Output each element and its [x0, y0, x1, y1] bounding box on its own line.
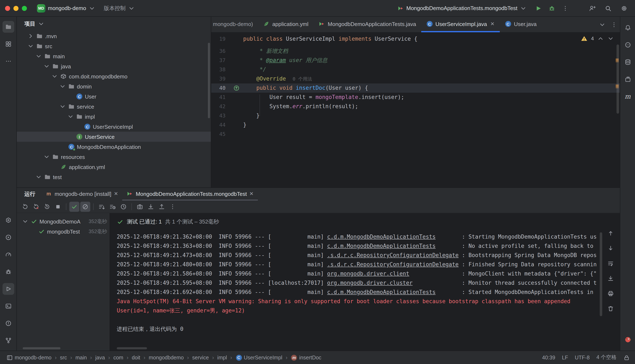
console-scrollbar[interactable]: [600, 232, 602, 316]
console-link[interactable]: c.d.m.MongodbDemoApplicationTests: [327, 234, 436, 240]
test-tree-item-mongodbtest[interactable]: mongodbTest352毫秒: [17, 226, 110, 236]
tab-list-button[interactable]: [596, 17, 608, 32]
terminal-button[interactable]: [2, 300, 14, 312]
tab-userserviceimpl-java[interactable]: CUserServiceImpl.java✕: [421, 17, 500, 32]
tree-item-resources[interactable]: resources: [17, 152, 211, 162]
run-tab-mongodb-demo-install[interactable]: mmongodb-demo [install]✕: [41, 188, 122, 200]
crumb-userserviceimpl[interactable]: CUserServiceImpl: [234, 353, 284, 362]
tab-user-java[interactable]: CUser.java: [500, 17, 542, 32]
test-history-button[interactable]: [118, 202, 128, 212]
clear-console-button[interactable]: [606, 304, 616, 314]
console-link[interactable]: c.d.m.MongodbDemoApplicationTests: [327, 243, 436, 249]
tree-item-java[interactable]: java: [17, 61, 211, 71]
console-link[interactable]: .s.d.r.c.RepositoryConfigurationDelegate: [327, 252, 459, 258]
mongodb-plugin-button[interactable]: m: [622, 90, 633, 102]
export-test-results-button[interactable]: [157, 202, 167, 212]
settings-button[interactable]: [618, 2, 630, 14]
code-line-42[interactable]: 42 System.err.println(result);: [211, 102, 620, 111]
code-line-39[interactable]: 39 @Override0 个用法: [211, 74, 620, 84]
project-button[interactable]: [2, 21, 14, 33]
next-message-button[interactable]: [606, 243, 616, 253]
close-tab-button[interactable]: ✕: [114, 191, 118, 197]
structure-button[interactable]: [2, 38, 14, 50]
tab-mongodbdemoapplicationtests-java[interactable]: MongodbDemoApplicationTests.java: [314, 17, 421, 32]
ai-assistant-button[interactable]: [622, 39, 633, 51]
snapshot-button[interactable]: [135, 202, 145, 212]
code-line-19[interactable]: 19public class UserServiceImpl implement…: [211, 34, 620, 44]
console-link[interactable]: org.mongodb.driver.client: [327, 270, 409, 277]
crumb-src[interactable]: src: [59, 354, 68, 361]
console-link[interactable]: c.d.m.MongodbDemoApplicationTests: [327, 289, 436, 295]
tab-options-button[interactable]: [608, 17, 620, 32]
console-link[interactable]: .s.d.r.c.RepositoryConfigurationDelegate: [327, 261, 459, 268]
scroll-to-end-button[interactable]: [606, 274, 616, 284]
tree-item-user[interactable]: CUser: [17, 92, 211, 102]
debugger-button[interactable]: [2, 266, 14, 278]
close-window-button[interactable]: [5, 6, 10, 11]
prev-message-button[interactable]: [606, 228, 616, 238]
tree-item-test[interactable]: test: [17, 172, 211, 182]
crumb-com[interactable]: com: [112, 354, 125, 361]
sort-alphabetically-button[interactable]: [97, 202, 107, 212]
code-with-me-button[interactable]: [586, 2, 598, 14]
vcs-menu[interactable]: 版本控制: [101, 3, 137, 14]
version-control-button[interactable]: [2, 335, 14, 346]
tree-item-service[interactable]: service: [17, 102, 211, 112]
stop-process-button[interactable]: [53, 202, 63, 212]
code-line-40[interactable]: 40 public void insertDoc(User user) {: [211, 84, 620, 93]
run-anything-button[interactable]: [2, 232, 14, 243]
editor[interactable]: 19public class UserServiceImpl implement…: [211, 33, 620, 188]
minimize-window-button[interactable]: [14, 6, 19, 11]
profiler-button[interactable]: [2, 249, 14, 260]
project-selector[interactable]: MD mongodb-demo: [35, 2, 98, 14]
more-tools-button[interactable]: [2, 55, 14, 67]
debug-button[interactable]: [546, 2, 558, 14]
file-encoding[interactable]: UTF-8: [575, 354, 590, 360]
tree-item-mvn[interactable]: .mvn: [17, 31, 211, 41]
run-config-selector[interactable]: MongodbDemoApplicationTests.mongodbTest: [394, 3, 529, 13]
console-hscrollbar[interactable]: [117, 347, 147, 349]
console-output[interactable]: 2025-12-06T18:49:21.362+08:00 INFO 59966…: [117, 232, 620, 334]
chevron-up-icon[interactable]: [597, 35, 604, 42]
tree-item-mongodbdemoapplication[interactable]: CMongodbDemoApplication: [17, 142, 211, 152]
project-scrollbar[interactable]: [208, 43, 210, 118]
run-toolwindow-button[interactable]: [2, 283, 14, 295]
problems-button[interactable]: [2, 318, 14, 329]
tree-item-src[interactable]: src: [17, 41, 211, 51]
crumb-impl[interactable]: impl: [216, 354, 228, 361]
editor-scrollbar[interactable]: [616, 44, 619, 114]
tab-application-yml[interactable]: application.yml: [258, 17, 314, 32]
tree-item-com-doit-mongodbdemo[interactable]: com.doit.mongodbdemo: [17, 71, 211, 81]
notifications-button[interactable]: [622, 22, 633, 34]
caret-position[interactable]: 40:39: [542, 354, 555, 360]
sort-by-duration-button[interactable]: [108, 202, 118, 212]
line-ending[interactable]: LF: [562, 354, 568, 360]
import-test-results-button[interactable]: [146, 202, 156, 212]
project-panel-header[interactable]: 项目: [17, 17, 211, 31]
lock-icon[interactable]: [623, 354, 630, 361]
code-line-38[interactable]: 38 */: [211, 65, 620, 74]
console-pane[interactable]: 测试 已通过: 1 共 1 个测试 – 352毫秒 2025-12-06T18:…: [110, 213, 620, 350]
crumb-mongodbdemo[interactable]: mongodbdemo: [147, 354, 185, 361]
close-tab-button[interactable]: ✕: [249, 191, 254, 197]
run-button[interactable]: [533, 2, 544, 14]
zoom-window-button[interactable]: [22, 6, 27, 11]
tree-item-main[interactable]: main: [17, 51, 211, 61]
more-actions-button[interactable]: [559, 2, 571, 14]
tree-item-application-yml[interactable]: application.yml: [17, 162, 211, 172]
run-tab-mongodbdemoapplicationtests-mongodbtest[interactable]: MongodbDemoApplicationTests.mongodbTest✕: [122, 188, 258, 200]
test-tree-hscrollbar[interactable]: [23, 347, 61, 349]
code-line-44[interactable]: 44}: [211, 120, 620, 130]
plugins-button[interactable]: [622, 74, 633, 85]
code-line-45[interactable]: 45: [211, 130, 620, 139]
tab-mongodb-demo[interactable]: mongodb-demo): [211, 17, 258, 32]
tree-item-userservice[interactable]: IUserService: [17, 132, 211, 142]
crumb-doit[interactable]: doit: [131, 354, 141, 361]
code-line-43[interactable]: 43 }: [211, 111, 620, 120]
search-everywhere-button[interactable]: [602, 2, 614, 14]
tree-item-impl[interactable]: impl: [17, 112, 211, 122]
code-line-37[interactable]: 37 * @param user 用户信息: [211, 56, 620, 65]
tree-item-userserviceimpl[interactable]: CUserServiceImpl: [17, 122, 211, 132]
crumb-java[interactable]: java: [94, 354, 106, 361]
crumb-main[interactable]: main: [74, 354, 88, 361]
